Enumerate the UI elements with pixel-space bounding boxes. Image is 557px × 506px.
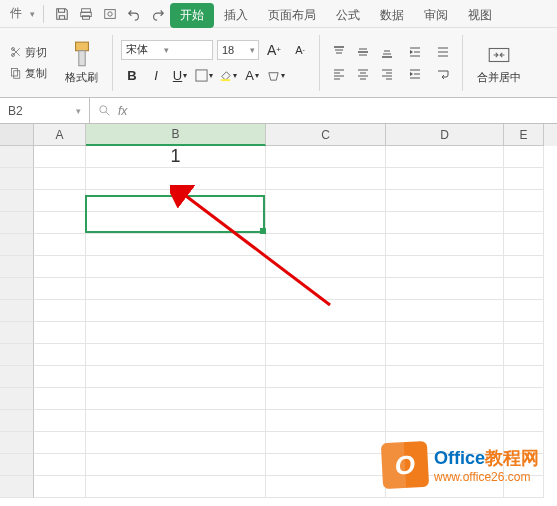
font-size-select[interactable]: 18 ▾: [217, 40, 259, 60]
align-middle-button[interactable]: [352, 42, 374, 62]
cell[interactable]: [266, 454, 386, 476]
row-header[interactable]: [0, 146, 34, 168]
name-box[interactable]: B2 ▾: [0, 98, 90, 123]
row-header[interactable]: [0, 168, 34, 190]
row-header[interactable]: [0, 344, 34, 366]
align-top-button[interactable]: [328, 42, 350, 62]
cell-B2[interactable]: [86, 168, 266, 190]
cell[interactable]: [266, 476, 386, 498]
cell[interactable]: [266, 278, 386, 300]
italic-button[interactable]: I: [145, 65, 167, 87]
cell[interactable]: [386, 322, 504, 344]
increase-font-button[interactable]: A+: [263, 39, 285, 61]
cell[interactable]: [386, 234, 504, 256]
cell[interactable]: [504, 388, 544, 410]
cell[interactable]: [86, 300, 266, 322]
cell[interactable]: [386, 410, 504, 432]
cell[interactable]: [504, 410, 544, 432]
tab-layout[interactable]: 页面布局: [258, 3, 326, 28]
cell[interactable]: [34, 278, 86, 300]
cell[interactable]: [266, 168, 386, 190]
col-header-A[interactable]: A: [34, 124, 86, 146]
cell[interactable]: [266, 388, 386, 410]
cell[interactable]: [386, 300, 504, 322]
cell[interactable]: [266, 366, 386, 388]
cell[interactable]: [386, 344, 504, 366]
cell[interactable]: [504, 344, 544, 366]
cell[interactable]: [386, 190, 504, 212]
cell[interactable]: [386, 278, 504, 300]
tab-insert[interactable]: 插入: [214, 3, 258, 28]
tab-formula[interactable]: 公式: [326, 3, 370, 28]
tab-start[interactable]: 开始: [170, 3, 214, 28]
row-header[interactable]: [0, 322, 34, 344]
cell[interactable]: [504, 278, 544, 300]
cell-B1[interactable]: 1: [86, 146, 266, 168]
cell[interactable]: [504, 190, 544, 212]
clear-format-button[interactable]: ▾: [265, 65, 287, 87]
border-button[interactable]: ▾: [193, 65, 215, 87]
cell[interactable]: [86, 432, 266, 454]
cell[interactable]: [386, 212, 504, 234]
align-bottom-button[interactable]: [376, 42, 398, 62]
cell[interactable]: [34, 454, 86, 476]
row-header[interactable]: [0, 212, 34, 234]
col-header-C[interactable]: C: [266, 124, 386, 146]
row-header[interactable]: [0, 190, 34, 212]
decrease-indent-button[interactable]: [404, 42, 426, 62]
row-header[interactable]: [0, 278, 34, 300]
align-center-button[interactable]: [352, 64, 374, 84]
cell[interactable]: [86, 256, 266, 278]
cell[interactable]: [34, 410, 86, 432]
cell[interactable]: [86, 322, 266, 344]
row-header[interactable]: [0, 256, 34, 278]
cell[interactable]: [386, 388, 504, 410]
cell[interactable]: [86, 278, 266, 300]
cell[interactable]: [34, 300, 86, 322]
orientation-button[interactable]: [432, 42, 454, 62]
cell[interactable]: [386, 256, 504, 278]
row-header[interactable]: [0, 300, 34, 322]
cell[interactable]: [266, 212, 386, 234]
cell[interactable]: [386, 146, 504, 168]
cell[interactable]: [34, 168, 86, 190]
decrease-font-button[interactable]: A-: [289, 39, 311, 61]
col-header-B[interactable]: B: [86, 124, 266, 146]
cell[interactable]: [34, 432, 86, 454]
cut-button[interactable]: 剪切: [6, 43, 51, 62]
formula-input-area[interactable]: fx: [90, 104, 557, 118]
cell[interactable]: [266, 146, 386, 168]
tab-view[interactable]: 视图: [458, 3, 502, 28]
cell[interactable]: [86, 454, 266, 476]
cell[interactable]: [504, 256, 544, 278]
bold-button[interactable]: B: [121, 65, 143, 87]
cell[interactable]: [386, 366, 504, 388]
cell[interactable]: [386, 168, 504, 190]
tab-data[interactable]: 数据: [370, 3, 414, 28]
cell[interactable]: [266, 432, 386, 454]
cell[interactable]: [86, 410, 266, 432]
font-color-button[interactable]: A▾: [241, 65, 263, 87]
cell[interactable]: [34, 322, 86, 344]
row-header[interactable]: [0, 234, 34, 256]
cell[interactable]: [504, 322, 544, 344]
cell[interactable]: [266, 322, 386, 344]
cell[interactable]: [34, 146, 86, 168]
cell[interactable]: [86, 212, 266, 234]
fill-color-button[interactable]: ▾: [217, 65, 239, 87]
cell[interactable]: [86, 476, 266, 498]
cell[interactable]: [266, 190, 386, 212]
cell[interactable]: [34, 388, 86, 410]
row-header[interactable]: [0, 366, 34, 388]
cell[interactable]: [34, 212, 86, 234]
cell[interactable]: [86, 234, 266, 256]
cell[interactable]: [504, 168, 544, 190]
cell[interactable]: [86, 344, 266, 366]
cell[interactable]: [34, 190, 86, 212]
cell[interactable]: [504, 212, 544, 234]
cell[interactable]: [266, 344, 386, 366]
cell[interactable]: [86, 366, 266, 388]
cell[interactable]: [266, 234, 386, 256]
row-header[interactable]: [0, 410, 34, 432]
cell[interactable]: [504, 234, 544, 256]
